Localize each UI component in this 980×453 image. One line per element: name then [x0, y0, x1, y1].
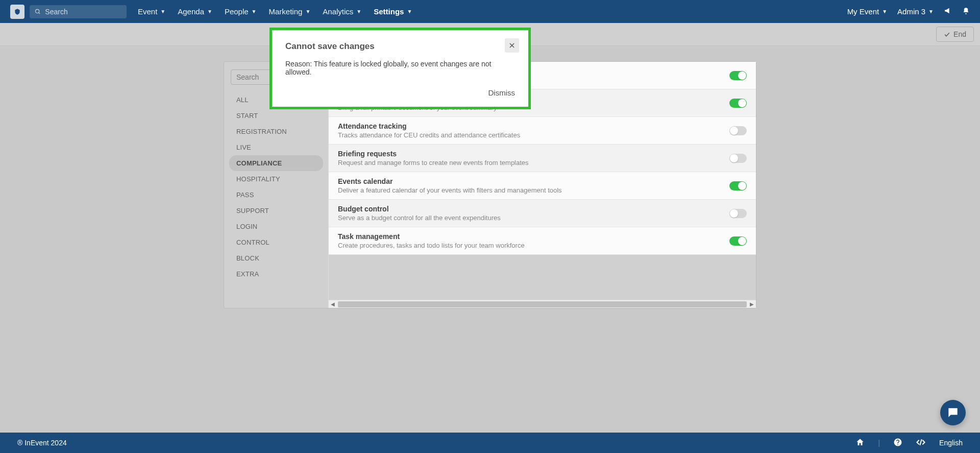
setting-description: Serve as a budget control for all the ev… [338, 214, 501, 222]
chevron-down-icon: ▼ [160, 9, 165, 14]
toggle-knob [738, 71, 746, 80]
footer: ® InEvent 2024 | English [0, 433, 980, 453]
nav-item-label: Agenda [178, 7, 204, 16]
chevron-down-icon: ▼ [928, 9, 934, 14]
modal-body: Reason: This feature is locked globally,… [285, 60, 515, 76]
chevron-down-icon: ▼ [356, 9, 361, 14]
setting-row: Briefing requestsRequest and manage form… [329, 145, 756, 172]
setting-description: Tracks attendance for CEU credits and at… [338, 131, 520, 139]
setting-title: Budget control [338, 205, 501, 213]
footer-copyright: ® InEvent 2024 [17, 439, 67, 447]
setting-toggle[interactable] [729, 154, 747, 163]
setting-description: Create procedures, tasks and todo lists … [338, 242, 525, 249]
svg-point-0 [36, 9, 39, 13]
nav-item-settings[interactable]: Settings▼ [374, 7, 412, 16]
error-modal: Cannot save changes Reason: This feature… [270, 28, 531, 109]
nav-item-label: Marketing [269, 7, 303, 16]
chat-icon [946, 406, 960, 419]
footer-right: | English [855, 437, 963, 449]
setting-text: Events calendarDeliver a featured calend… [338, 177, 562, 194]
announce-icon[interactable] [944, 7, 952, 16]
chevron-down-icon: ▼ [207, 9, 212, 14]
nav-item-label: Event [138, 7, 157, 16]
toggle-knob [738, 237, 746, 245]
nav-right: My Event ▼ Admin 3 ▼ [847, 7, 970, 16]
global-search[interactable] [30, 5, 127, 18]
nav-item-event[interactable]: Event▼ [138, 7, 165, 16]
event-selector[interactable]: My Event ▼ [847, 7, 887, 16]
top-navbar: Event▼Agenda▼People▼Marketing▼Analytics▼… [0, 0, 980, 23]
setting-title: Task management [338, 232, 525, 241]
horizontal-scrollbar[interactable]: ◀ ▶ [329, 300, 756, 308]
setting-text: Attendance trackingTracks attendance for… [338, 122, 520, 139]
nav-item-analytics[interactable]: Analytics▼ [323, 7, 361, 16]
chevron-down-icon: ▼ [407, 9, 412, 14]
setting-row: Budget controlServe as a budget control … [329, 200, 756, 227]
nav-item-people[interactable]: People▼ [225, 7, 257, 16]
toggle-knob [730, 209, 738, 218]
app-logo[interactable] [10, 5, 24, 19]
modal-dismiss-button[interactable]: Dismiss [488, 88, 516, 97]
setting-row: Attendance trackingTracks attendance for… [329, 117, 756, 145]
help-icon[interactable] [893, 438, 902, 448]
modal-title: Cannot save changes [285, 41, 515, 52]
bell-icon[interactable] [962, 7, 970, 16]
home-icon[interactable] [855, 438, 865, 448]
scroll-right-arrow[interactable]: ▶ [748, 301, 756, 307]
nav-item-label: People [225, 7, 249, 16]
setting-description: Deliver a featured calendar of your even… [338, 186, 562, 194]
setting-toggle[interactable] [729, 236, 747, 246]
chat-launcher[interactable] [940, 400, 966, 425]
nav-item-label: Settings [374, 7, 404, 16]
user-menu[interactable]: Admin 3 ▼ [897, 7, 934, 16]
setting-text: Budget controlServe as a budget control … [338, 205, 501, 222]
code-icon[interactable] [916, 437, 926, 449]
main-nav: Event▼Agenda▼People▼Marketing▼Analytics▼… [138, 7, 412, 16]
search-icon [35, 8, 41, 15]
toggle-knob [730, 154, 738, 162]
chevron-down-icon: ▼ [305, 9, 310, 14]
chevron-down-icon: ▼ [882, 9, 887, 14]
user-name: Admin 3 [897, 7, 925, 16]
scrollbar-track[interactable] [338, 301, 747, 307]
nav-item-agenda[interactable]: Agenda▼ [178, 7, 212, 16]
setting-toggle[interactable] [729, 209, 747, 218]
svg-line-1 [39, 12, 40, 14]
setting-description: Request and manage forms to create new e… [338, 159, 529, 166]
setting-title: Events calendar [338, 177, 562, 185]
setting-toggle[interactable] [729, 71, 747, 80]
setting-toggle[interactable] [729, 126, 747, 135]
logo-icon [14, 8, 21, 15]
svg-line-4 [920, 439, 921, 445]
setting-toggle[interactable] [729, 99, 747, 108]
toggle-knob [730, 127, 738, 135]
nav-item-label: Analytics [323, 7, 353, 16]
setting-text: Task managementCreate procedures, tasks … [338, 232, 525, 249]
setting-text: Briefing requestsRequest and manage form… [338, 150, 529, 166]
setting-toggle[interactable] [729, 181, 747, 190]
toggle-knob [738, 99, 746, 107]
event-name: My Event [847, 7, 879, 16]
modal-close-button[interactable] [505, 38, 519, 53]
setting-title: Attendance tracking [338, 122, 520, 130]
setting-title: Briefing requests [338, 150, 529, 158]
global-search-input[interactable] [45, 8, 121, 16]
nav-item-marketing[interactable]: Marketing▼ [269, 7, 311, 16]
setting-row: Events calendarDeliver a featured calend… [329, 172, 756, 200]
toggle-knob [738, 182, 746, 190]
scroll-left-arrow[interactable]: ◀ [329, 301, 337, 307]
language-selector[interactable]: English [939, 439, 963, 447]
chevron-down-icon: ▼ [252, 9, 257, 14]
setting-row: Task managementCreate procedures, tasks … [329, 227, 756, 255]
close-icon [508, 42, 516, 49]
